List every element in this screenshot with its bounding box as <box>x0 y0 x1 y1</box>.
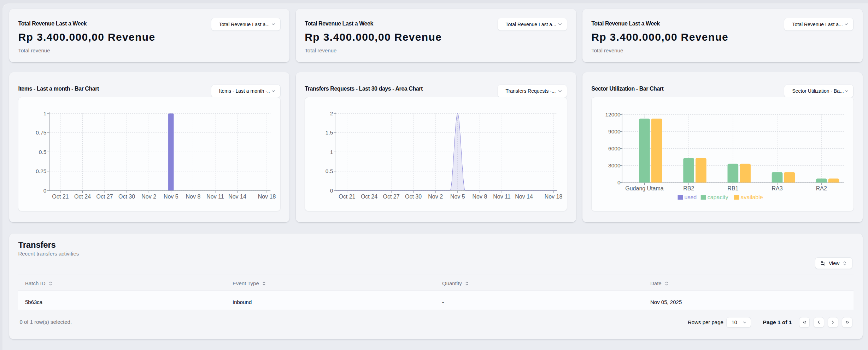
svg-text:available: available <box>741 194 763 200</box>
svg-text:RB1: RB1 <box>727 185 738 191</box>
svg-text:Oct 30: Oct 30 <box>405 194 422 200</box>
svg-text:RB2: RB2 <box>683 185 694 191</box>
svg-text:Nov 8: Nov 8 <box>473 194 487 200</box>
svg-text:Oct 21: Oct 21 <box>339 194 356 200</box>
svg-text:Nov 11: Nov 11 <box>493 194 511 200</box>
svg-text:Oct 24: Oct 24 <box>361 194 377 200</box>
svg-text:0.25: 0.25 <box>36 168 47 174</box>
svg-text:Nov 11: Nov 11 <box>207 194 224 200</box>
svg-text:9000: 9000 <box>608 128 621 134</box>
svg-text:0.5: 0.5 <box>39 149 47 155</box>
svg-text:Nov 18: Nov 18 <box>545 194 563 200</box>
svg-text:Nov 18: Nov 18 <box>258 194 276 200</box>
svg-text:0: 0 <box>617 179 621 185</box>
svg-text:Oct 27: Oct 27 <box>383 194 400 200</box>
svg-text:3000: 3000 <box>608 162 621 168</box>
svg-text:1: 1 <box>330 149 333 155</box>
svg-text:Nov 2: Nov 2 <box>142 194 157 200</box>
svg-text:Nov 8: Nov 8 <box>186 194 201 200</box>
svg-text:capacity: capacity <box>708 194 728 200</box>
svg-text:Gudang Utama: Gudang Utama <box>625 185 664 191</box>
svg-text:used: used <box>685 194 697 200</box>
svg-text:1.5: 1.5 <box>326 130 333 136</box>
svg-text:Nov 2: Nov 2 <box>428 194 443 200</box>
svg-text:Nov 5: Nov 5 <box>450 194 465 200</box>
svg-text:Nov 14: Nov 14 <box>515 194 533 200</box>
svg-text:6000: 6000 <box>608 145 621 151</box>
svg-text:Nov 14: Nov 14 <box>229 194 247 200</box>
svg-text:RA3: RA3 <box>772 185 783 191</box>
svg-text:Oct 27: Oct 27 <box>96 194 113 200</box>
svg-text:1: 1 <box>43 110 47 116</box>
svg-text:12000: 12000 <box>605 111 621 117</box>
svg-text:0.75: 0.75 <box>36 130 47 136</box>
svg-text:0: 0 <box>330 188 333 194</box>
svg-text:RA2: RA2 <box>816 185 827 191</box>
svg-text:2: 2 <box>330 110 333 116</box>
svg-text:Oct 24: Oct 24 <box>74 194 91 200</box>
svg-text:Oct 30: Oct 30 <box>118 194 135 200</box>
svg-text:Oct 21: Oct 21 <box>52 194 69 200</box>
svg-text:Nov 5: Nov 5 <box>164 194 178 200</box>
svg-text:0.5: 0.5 <box>326 168 333 174</box>
svg-text:0: 0 <box>43 188 47 194</box>
